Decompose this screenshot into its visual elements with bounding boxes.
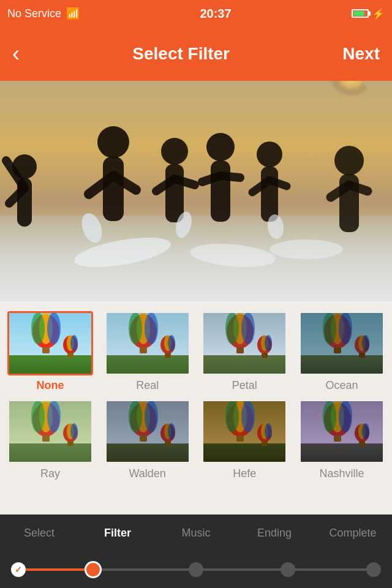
svg-point-41 (70, 335, 78, 351)
filter-thumb-walden[interactable] (105, 399, 190, 464)
svg-point-66 (339, 313, 352, 344)
filter-item-nashville[interactable]: Nashville (299, 399, 385, 480)
svg-line-26 (349, 185, 368, 191)
svg-rect-12 (165, 164, 184, 222)
dot-select (11, 562, 26, 577)
filter-item-petal[interactable]: Petal (202, 311, 287, 392)
dot-ending (281, 562, 295, 577)
filter-item-walden[interactable]: Walden (105, 399, 190, 480)
svg-point-11 (161, 138, 188, 165)
svg-point-51 (168, 335, 175, 351)
filter-item-hefe[interactable]: Hefe (202, 399, 287, 480)
filter-name-hefe: Hefe (233, 467, 256, 480)
svg-rect-16 (211, 160, 230, 222)
svg-rect-82 (67, 441, 74, 446)
svg-point-57 (225, 313, 239, 344)
dot-filter (85, 561, 102, 578)
svg-rect-102 (262, 441, 268, 446)
status-left: No Service 📶 (7, 7, 80, 20)
filter-item-ray[interactable]: Ray (7, 399, 93, 480)
svg-point-46 (145, 313, 158, 344)
filter-name-nashville: Nashville (319, 467, 364, 480)
tab-select[interactable]: Select (0, 527, 78, 540)
main-image-preview (0, 81, 392, 301)
back-button[interactable]: ‹ (12, 43, 20, 65)
filter-thumb-ray[interactable] (7, 399, 93, 464)
svg-rect-72 (359, 353, 365, 358)
svg-rect-52 (165, 353, 171, 358)
svg-rect-88 (140, 435, 147, 442)
svg-rect-92 (165, 441, 171, 446)
filter-thumb-ocean[interactable] (299, 311, 385, 375)
tab-complete[interactable]: Complete (314, 527, 392, 540)
filter-section: None (0, 301, 392, 480)
next-button[interactable]: Next (342, 44, 380, 64)
carrier-text: No Service (7, 7, 61, 20)
dot-music (189, 562, 203, 577)
filter-name-ray: Ray (40, 467, 60, 480)
svg-point-76 (47, 401, 61, 432)
tab-music[interactable]: Music (157, 527, 235, 540)
beach-scene (0, 81, 392, 301)
status-time: 20:37 (200, 7, 231, 21)
status-right: ⚡ (352, 8, 385, 20)
svg-rect-108 (334, 435, 341, 442)
filter-thumb-none[interactable] (7, 311, 93, 375)
filter-name-ocean: Ocean (325, 379, 358, 392)
svg-point-91 (168, 423, 175, 439)
svg-point-97 (225, 401, 239, 432)
scene-svg (0, 81, 392, 301)
filter-item-real[interactable]: Real (105, 311, 190, 392)
charging-icon: ⚡ (372, 8, 385, 20)
filter-name-petal: Petal (232, 379, 257, 392)
svg-point-23 (334, 146, 364, 175)
filter-item-ocean[interactable]: Ocean (299, 311, 385, 392)
svg-line-14 (175, 179, 195, 185)
tab-ending[interactable]: Ending (235, 527, 314, 540)
filter-item-none[interactable]: None (7, 311, 93, 392)
svg-point-87 (129, 401, 142, 432)
svg-point-15 (206, 133, 235, 161)
battery-icon (352, 9, 369, 18)
tab-filter[interactable]: Filter (78, 527, 157, 540)
tab-labels: Select Filter Music Ending Complete (0, 514, 392, 551)
svg-rect-68 (334, 347, 341, 353)
page-title: Select Filter (132, 44, 230, 64)
svg-point-19 (257, 141, 282, 167)
svg-rect-112 (359, 441, 365, 446)
svg-rect-78 (42, 435, 50, 442)
svg-point-47 (129, 313, 142, 344)
filter-thumb-petal[interactable] (202, 311, 287, 375)
svg-point-106 (339, 401, 352, 432)
filter-row-2: Ray (7, 399, 385, 480)
svg-point-71 (362, 335, 369, 351)
svg-point-111 (362, 423, 369, 439)
svg-rect-8 (103, 157, 124, 221)
svg-point-101 (265, 423, 272, 439)
filter-name-real: Real (136, 379, 159, 392)
filter-name-walden: Walden (129, 467, 165, 480)
nav-bar: ‹ Select Filter Next (0, 27, 392, 81)
svg-point-96 (241, 401, 255, 432)
svg-point-67 (323, 313, 336, 344)
tab-progress (0, 551, 392, 588)
svg-point-61 (265, 335, 272, 351)
svg-rect-48 (140, 347, 147, 353)
dot-complete (366, 562, 381, 577)
svg-rect-2 (0, 216, 392, 301)
svg-point-7 (97, 126, 129, 158)
progress-track (12, 568, 380, 571)
svg-rect-58 (236, 347, 244, 353)
svg-point-107 (323, 401, 336, 432)
svg-rect-20 (261, 167, 278, 222)
filter-thumb-real[interactable] (105, 311, 190, 375)
svg-point-29 (270, 239, 343, 259)
wifi-icon: 📶 (66, 7, 80, 20)
svg-line-18 (221, 176, 240, 178)
svg-point-86 (145, 401, 158, 432)
svg-point-37 (31, 313, 45, 344)
filter-thumb-hefe[interactable] (202, 399, 287, 464)
filter-thumb-nashville[interactable] (299, 399, 385, 464)
svg-point-81 (70, 423, 78, 439)
svg-rect-42 (67, 353, 74, 358)
